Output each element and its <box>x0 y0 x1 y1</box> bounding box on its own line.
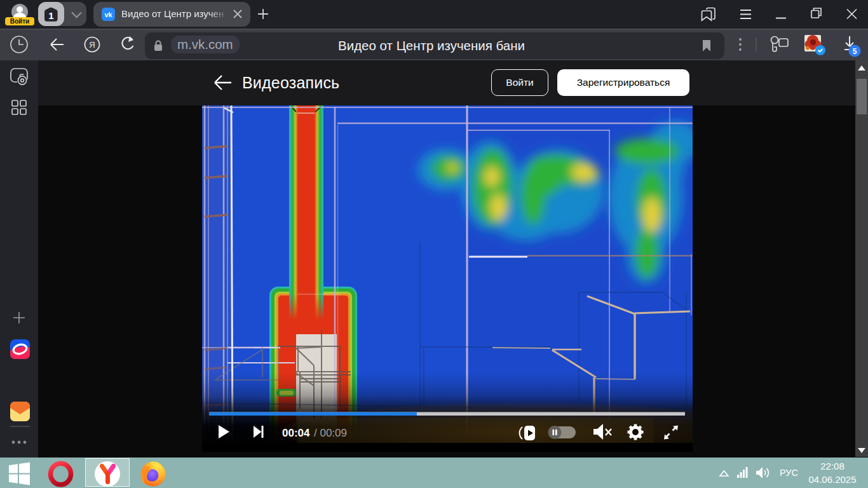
svg-text:vk: vk <box>104 11 112 18</box>
svg-text:1: 1 <box>48 10 53 21</box>
svg-text:/ 00:09: / 00:09 <box>314 427 347 439</box>
svg-text:5: 5 <box>853 47 857 56</box>
svg-text:00:04: 00:04 <box>282 427 310 439</box>
svg-text:РУС: РУС <box>780 468 798 478</box>
svg-text:22:08: 22:08 <box>820 461 844 471</box>
svg-text:04.06.2025: 04.06.2025 <box>808 474 856 485</box>
svg-text:Я: Я <box>89 40 95 50</box>
